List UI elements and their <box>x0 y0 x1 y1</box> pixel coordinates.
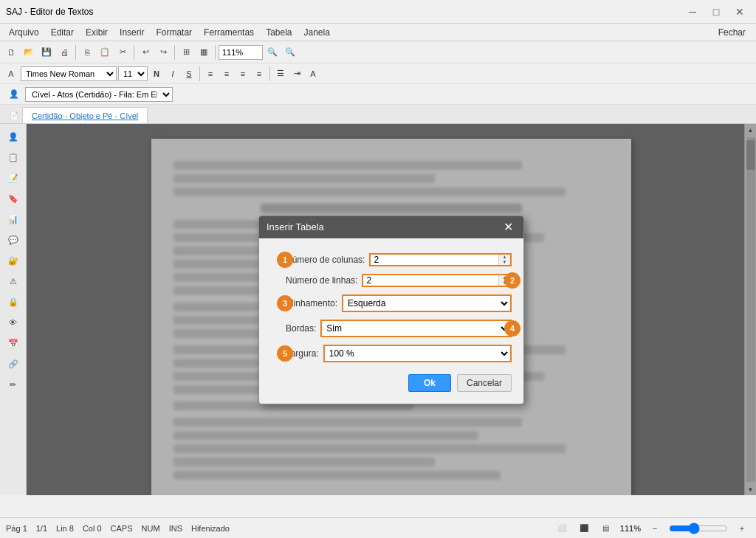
colunas-input[interactable] <box>371 255 498 265</box>
separator2 <box>134 45 134 60</box>
dialog-title: Inserir Tabela <box>267 221 324 232</box>
dialog-buttons: Ok Cancelar <box>271 374 512 392</box>
sidebar-btn-3[interactable]: 📝 <box>3 168 24 187</box>
view-mode-btn2[interactable]: ⬛ <box>576 520 592 537</box>
align-center-button[interactable]: ≡ <box>219 66 234 81</box>
close-button[interactable]: ✕ <box>729 3 750 21</box>
status-col: Col 0 <box>83 524 102 533</box>
bordas-label: Bordas: <box>286 323 316 334</box>
table-button[interactable]: ⊞ <box>178 44 194 61</box>
largura-select[interactable]: 100 % 75 % 50 % 25 % Auto <box>323 345 512 362</box>
save-button[interactable]: 💾 <box>38 44 55 61</box>
dialog-body: 1 Número de colunas: ▲ ▼ Número de linh <box>259 238 523 404</box>
menu-arquivo[interactable]: Arquivo <box>3 26 45 39</box>
status-page-total: 1/1 <box>36 524 47 533</box>
sidebar-btn-1[interactable]: 👤 <box>3 127 24 146</box>
menu-formatar[interactable]: Formatar <box>150 26 198 39</box>
sidebar-btn-6[interactable]: 💬 <box>3 230 24 249</box>
view-mode-btn1[interactable]: ⬜ <box>554 520 570 537</box>
maximize-button[interactable]: □ <box>706 3 726 21</box>
status-zoom: 111% <box>620 524 641 533</box>
zoom-plus-btn[interactable]: + <box>734 520 750 537</box>
colunas-up-arrow[interactable]: ▲ <box>499 255 510 260</box>
lines-row: Número de linhas: ▲ ▼ 2 <box>286 274 512 287</box>
sidebar-btn-2[interactable]: 📋 <box>3 148 24 167</box>
separator6 <box>269 66 270 81</box>
underline-button[interactable]: S <box>182 66 196 81</box>
context-select[interactable]: Cível - Atos (Certidão) - Fila: Em Elabo… <box>25 87 173 102</box>
minimize-button[interactable]: ─ <box>682 3 703 21</box>
status-lin: Lin 8 <box>56 524 74 533</box>
align-left-button[interactable]: ≡ <box>203 66 218 81</box>
sidebar-btn-10[interactable]: 👁 <box>3 313 24 332</box>
separator4 <box>215 45 216 60</box>
alinhamento-label: Alinhamento: <box>286 298 337 308</box>
font-select[interactable]: Times New Roman <box>21 66 117 81</box>
align-justify-button[interactable]: ≡ <box>252 66 267 81</box>
print-button[interactable]: 🖨 <box>56 44 72 61</box>
list-button[interactable]: ☰ <box>273 66 288 81</box>
zoom-minus-btn[interactable]: − <box>647 520 663 537</box>
sidebar-btn-9[interactable]: 🔒 <box>3 292 24 311</box>
menu-inserir[interactable]: Inserir <box>114 26 150 39</box>
sidebar-btn-11[interactable]: 📅 <box>3 334 24 353</box>
zoom-in-button[interactable]: 🔍 <box>264 44 281 61</box>
view-mode-btn3[interactable]: ▤ <box>598 520 614 537</box>
cut-button[interactable]: ✂ <box>114 44 131 61</box>
size-select[interactable]: 11 <box>118 66 148 81</box>
status-hifenizado: Hifenizado <box>191 524 230 533</box>
indent-button[interactable]: ⇥ <box>289 66 304 81</box>
italic-button[interactable]: I <box>165 66 180 81</box>
zoom-value: 111% <box>222 48 243 57</box>
open-button[interactable]: 📂 <box>21 44 37 61</box>
alinhamento-select[interactable]: Esquerda Centro Direita <box>342 294 512 312</box>
sidebar-btn-7[interactable]: 🔐 <box>3 251 24 270</box>
sidebar-btn-4[interactable]: 🔖 <box>3 189 24 208</box>
status-caps: CAPS <box>111 524 133 533</box>
ok-button[interactable]: Ok <box>408 374 451 392</box>
separator1 <box>75 45 76 60</box>
align-right-button[interactable]: ≡ <box>236 66 250 81</box>
zoom-display: 111% <box>219 45 263 60</box>
fechar-button[interactable]: Fechar <box>711 26 753 39</box>
insert-table-dialog: Inserir Tabela ✕ 1 Número de colunas: ▲ <box>258 215 524 404</box>
window-controls: ─ □ ✕ <box>682 3 750 21</box>
modal-overlay: Inserir Tabela ✕ 1 Número de colunas: ▲ <box>27 124 756 495</box>
menu-ferramentas[interactable]: Ferramentas <box>198 26 260 39</box>
app-title: SAJ - Editor de Textos <box>6 7 94 17</box>
grid-button[interactable]: ▦ <box>196 44 212 61</box>
sidebar: 👤 📋 📝 🔖 📊 💬 🔐 ⚠ 🔒 👁 📅 🔗 ✏ <box>0 124 27 495</box>
document-area[interactable]: ▲ ▼ Inserir Tabela ✕ 1 Número de co <box>27 124 756 495</box>
width-row: 5 Largura: 100 % 75 % 50 % 25 % Auto <box>286 345 512 362</box>
paste-button[interactable]: 📋 <box>97 44 113 61</box>
color-button[interactable]: A <box>306 66 320 81</box>
redo-button[interactable]: ↪ <box>155 44 171 61</box>
new-button[interactable]: 🗋 <box>3 44 19 61</box>
sidebar-btn-13[interactable]: ✏ <box>3 375 24 394</box>
copy-button[interactable]: ⎘ <box>79 44 95 61</box>
menu-exibir[interactable]: Exibir <box>80 26 114 39</box>
zoom-out-button[interactable]: 🔍 <box>282 44 298 61</box>
colunas-down-arrow[interactable]: ▼ <box>499 260 510 265</box>
status-page: Pág 1 <box>6 524 27 533</box>
menu-tabela[interactable]: Tabela <box>260 26 298 39</box>
zoom-slider[interactable] <box>669 523 728 534</box>
dialog-close-button[interactable]: ✕ <box>500 219 516 235</box>
menu-janela[interactable]: Janela <box>298 26 336 39</box>
sidebar-btn-8[interactable]: ⚠ <box>3 272 24 291</box>
undo-button[interactable]: ↩ <box>137 44 154 61</box>
bordas-select[interactable]: Sim Não <box>320 320 512 337</box>
linhas-input[interactable] <box>363 275 498 286</box>
cancel-button[interactable]: Cancelar <box>457 374 512 392</box>
sidebar-btn-5[interactable]: 📊 <box>3 210 24 229</box>
style-picker[interactable]: A <box>3 66 19 82</box>
document-tab[interactable]: Certidão - Objeto e Pé - Cível <box>22 107 148 123</box>
colunas-spinners: ▲ ▼ <box>498 255 510 265</box>
linhas-label: Número de linhas: <box>286 275 357 286</box>
sidebar-btn-12[interactable]: 🔗 <box>3 354 24 373</box>
columns-row: 1 Número de colunas: ▲ ▼ <box>286 253 512 266</box>
bold-button[interactable]: N <box>149 66 164 81</box>
status-right: ⬜ ⬛ ▤ 111% − + <box>554 520 750 537</box>
menu-editar[interactable]: Editar <box>45 26 80 39</box>
badge-5: 5 <box>277 345 293 362</box>
